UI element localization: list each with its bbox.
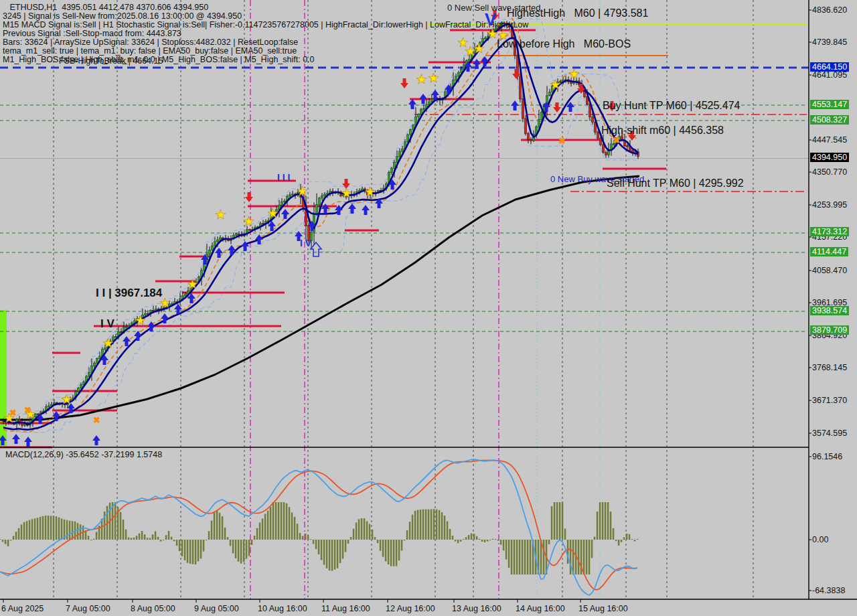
svg-text:★: ★ xyxy=(267,206,279,220)
svg-text:★: ★ xyxy=(568,67,580,81)
svg-text:★: ★ xyxy=(215,208,226,222)
price-badge: 3938.574 xyxy=(810,306,849,315)
macd-axis-label: -64.3838 xyxy=(812,586,845,595)
price-axis-label: 4447.545 xyxy=(812,135,847,145)
svg-text:★: ★ xyxy=(473,42,485,56)
price-chart-canvas[interactable]: ★★★★★★★★★★★★★★★★★★★★★★✖✖✖✖✖ xyxy=(0,0,857,616)
svg-text:✖: ✖ xyxy=(613,135,620,145)
time-axis-label: 7 Aug 05:00 xyxy=(66,604,110,613)
svg-text:★: ★ xyxy=(550,78,561,92)
svg-text:★: ★ xyxy=(102,336,114,350)
price-axis-label: 4058.470 xyxy=(812,266,847,275)
svg-text:✖: ✖ xyxy=(93,415,100,425)
svg-text:★: ★ xyxy=(341,186,352,200)
svg-text:★: ★ xyxy=(297,184,308,198)
time-axis-label: 9 Aug 05:00 xyxy=(194,604,239,613)
price-axis-label: 4253.995 xyxy=(812,200,847,210)
time-axis-label: 14 Aug 16:00 xyxy=(516,604,565,613)
chart-annotation: Low before High M60-BOS xyxy=(497,38,631,50)
price-axis-label: 4836.620 xyxy=(812,5,847,15)
trading-chart-window: ★★★★★★★★★★★★★★★★★★★★★★✖✖✖✖✖ ETHUSD,H1 43… xyxy=(0,0,857,616)
price-badge: 4114.447 xyxy=(810,247,848,256)
price-badge: 4173.312 xyxy=(810,227,849,236)
svg-text:★: ★ xyxy=(187,277,198,291)
svg-text:✖: ✖ xyxy=(24,405,31,415)
macd-axis-label: 96.1546 xyxy=(812,452,842,461)
chart-annotation: HighestHigh M60 | 4793.581 xyxy=(507,7,648,19)
chart-annotation: I I I xyxy=(277,172,290,183)
price-axis-label: 3574.595 xyxy=(812,429,847,438)
time-axis-label: 12 Aug 16:00 xyxy=(386,604,435,613)
svg-text:★: ★ xyxy=(61,392,72,406)
svg-text:★: ★ xyxy=(243,214,254,228)
price-axis-label: 3671.370 xyxy=(812,396,847,405)
price-axis-label: 4739.845 xyxy=(812,37,847,47)
chart-annotation: Buy Hunt TP M60 | 4525.474 xyxy=(603,100,740,112)
time-axis-label: 6 Aug 2025 xyxy=(1,604,44,613)
time-axis-label: 11 Aug 16:00 xyxy=(321,604,370,613)
chart-annotation: V xyxy=(485,9,496,30)
chart-annotation: I V xyxy=(300,238,311,248)
price-badge: 4508.327 xyxy=(810,115,849,125)
price-badge: 3879.709 xyxy=(810,325,849,335)
chart-annotation: High-shift m60 | 4456.358 xyxy=(601,125,724,137)
price-axis-label: 3768.145 xyxy=(812,363,847,372)
chart-annotation: Sell Hunt TP M60 | 4295.992 xyxy=(607,177,744,189)
chart-annotation: I I | 3967.184 xyxy=(96,287,162,300)
svg-text:★: ★ xyxy=(428,71,439,85)
svg-text:✖: ✖ xyxy=(558,136,566,146)
svg-text:★: ★ xyxy=(364,185,376,199)
svg-text:★: ★ xyxy=(135,313,146,327)
time-axis-label: 10 Aug 16:00 xyxy=(258,604,307,613)
price-badge: 4664.150 xyxy=(810,62,849,72)
macd-axis-label: 0.00 xyxy=(812,535,828,544)
price-axis-label: 4350.770 xyxy=(812,167,847,177)
macd-indicator-label: MACD(12,26,9) -35.6452 -37.2199 1.5748 xyxy=(5,450,162,459)
svg-text:★: ★ xyxy=(416,72,427,86)
price-axis-label: 4641.095 xyxy=(812,70,847,80)
price-badge: 4394.950 xyxy=(810,153,849,162)
price-badge: 4553.147 xyxy=(810,100,849,109)
time-axis-label: 13 Aug 16:00 xyxy=(452,604,501,613)
chart-annotation: I V xyxy=(100,317,114,331)
time-axis-label: 15 Aug 16:00 xyxy=(578,604,628,613)
fsb-level-label: FSB-HighToBreak | 4664.15 xyxy=(59,56,163,66)
time-axis-label: 8 Aug 05:00 xyxy=(131,604,175,613)
svg-text:✖: ✖ xyxy=(9,408,17,418)
